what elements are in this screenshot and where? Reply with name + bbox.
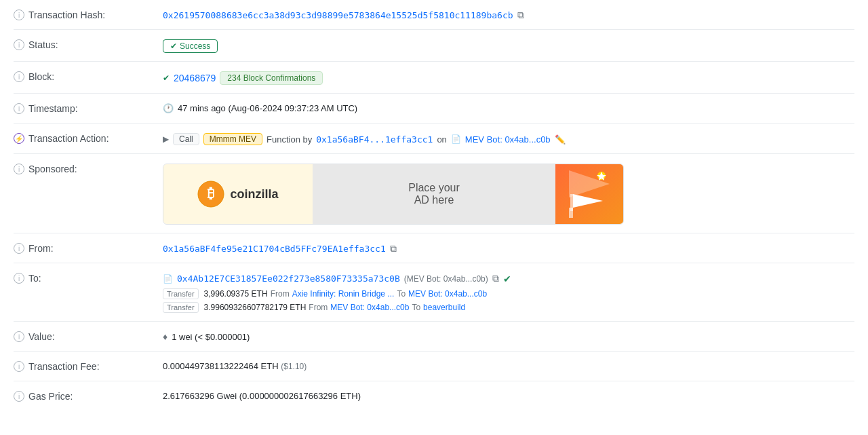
fee-eth: 0.000449738113222464 ETH xyxy=(163,361,281,371)
gas-price-row: i Gas Price: 2.617663296 Gwei (0.0000000… xyxy=(14,381,854,411)
transaction-hash-row: i Transaction Hash: 0x2619570088683e6cc3… xyxy=(14,0,854,30)
status-label: Status: xyxy=(28,39,58,50)
status-info-icon[interactable]: i xyxy=(14,39,24,50)
transfer1-from-text: From xyxy=(271,289,290,299)
transaction-hash-label: Transaction Hash: xyxy=(28,10,105,20)
gas-price-info-icon[interactable]: i xyxy=(14,391,24,402)
status-value-col: ✔ Success xyxy=(163,38,854,53)
from-row: i From: 0x1a56aBF4fe95e21C1704cBd5FFc79E… xyxy=(14,233,854,263)
from-label-col: i From: xyxy=(14,242,163,254)
block-label-col: i Block: xyxy=(14,70,163,82)
success-checkmark-icon: ✔ xyxy=(170,41,177,51)
transaction-hash-label-col: i Transaction Hash: xyxy=(14,8,163,20)
transaction-fee-label: Transaction Fee: xyxy=(28,361,100,372)
sponsored-value-col: ₿ coinzilla Place your AD here xyxy=(163,162,854,225)
transfer-block: Transfer 3,996.09375 ETH From Axie Infin… xyxy=(163,288,854,313)
function-by-text: Function by xyxy=(267,134,312,145)
block-value-col: ✔ 20468679 234 Block Confirmations xyxy=(163,70,854,85)
eth-diamond-icon: ♦ xyxy=(163,331,167,342)
transfer2-from-text: From xyxy=(309,303,328,312)
sponsored-row: i Sponsored: ₿ coinzilla Place your xyxy=(14,154,854,233)
transfer-row-2: Transfer 3.99609326607782179 ETH From ME… xyxy=(163,302,854,313)
edit-icon[interactable]: ✏️ xyxy=(555,134,566,145)
transaction-hash-copy-icon[interactable]: ⧉ xyxy=(517,10,524,21)
transaction-action-label: Transaction Action: xyxy=(28,133,109,144)
call-badge: Call xyxy=(173,133,199,145)
transaction-fee-row: i Transaction Fee: 0.000449738113222464 … xyxy=(14,352,854,381)
clock-icon: 🕐 xyxy=(163,103,174,113)
block-check-icon: ✔ xyxy=(163,73,170,83)
transaction-hash-info-icon[interactable]: i xyxy=(14,10,24,20)
from-label: From: xyxy=(28,243,54,254)
transfer1-from-addr[interactable]: Axie Infinity: Ronin Bridge ... xyxy=(292,289,395,299)
timestamp-row: i Timestamp: 🕐 47 mins ago (Aug-06-2024 … xyxy=(14,94,854,124)
mev-bot-link[interactable]: MEV Bot: 0x4ab...c0b xyxy=(465,134,551,145)
transaction-fee-info-icon[interactable]: i xyxy=(14,361,24,372)
transaction-fee-value: 0.000449738113222464 ETH ($1.10) xyxy=(163,361,307,371)
from-copy-icon[interactable]: ⧉ xyxy=(390,243,397,254)
status-row: i Status: ✔ Success xyxy=(14,30,854,62)
from-value-col: 0x1a56aBF4fe95e21C1704cBd5FFc79EA1effa3c… xyxy=(163,242,854,254)
svg-rect-4 xyxy=(570,194,573,211)
transaction-fee-label-col: i Transaction Fee: xyxy=(14,360,163,372)
ad-line2: AD here xyxy=(408,194,460,206)
timestamp-info-icon[interactable]: i xyxy=(14,103,24,114)
value-info-icon[interactable]: i xyxy=(14,331,24,342)
timestamp-value: 47 mins ago (Aug-06-2024 09:37:23 AM UTC… xyxy=(178,103,357,113)
coinzilla-icon: ₿ xyxy=(197,181,224,208)
to-file-icon: 📄 xyxy=(163,274,173,284)
sponsored-label-col: i Sponsored: xyxy=(14,162,163,174)
value-row: i Value: ♦ 1 wei (< $0.000001) xyxy=(14,322,854,352)
transaction-action-from-address[interactable]: 0x1a56aBF4...1effa3cc1 xyxy=(316,134,433,145)
transfer2-to-addr[interactable]: beaverbuild xyxy=(423,303,465,312)
timestamp-label: Timestamp: xyxy=(28,103,78,114)
transaction-action-info-icon[interactable]: ⚡ xyxy=(14,133,24,144)
transfer2-from-addr[interactable]: MEV Bot: 0x4ab...c0b xyxy=(330,303,409,312)
block-row: i Block: ✔ 20468679 234 Block Confirmati… xyxy=(14,62,854,94)
confirmations-badge: 234 Block Confirmations xyxy=(220,71,323,85)
to-copy-icon[interactable]: ⧉ xyxy=(492,273,499,284)
value-amount: 1 wei (< $0.000001) xyxy=(172,332,250,342)
ad-middle-section: Place your AD here xyxy=(313,164,555,224)
to-label-col: i To: xyxy=(14,271,163,284)
flag-decoration-icon xyxy=(569,170,610,218)
ad-line1: Place your xyxy=(408,182,460,194)
sponsored-label: Sponsored: xyxy=(28,164,77,174)
transaction-action-value-col: ▶ Call Mmmm MEV Function by 0x1a56aBF4..… xyxy=(163,132,854,145)
from-address-link[interactable]: 0x1a56aBF4fe95e21C1704cBd5FFc79EA1effa3c… xyxy=(163,244,386,254)
gas-price-label-col: i Gas Price: xyxy=(14,390,163,402)
transfer1-to-addr[interactable]: MEV Bot: 0x4ab...c0b xyxy=(408,289,487,299)
to-label: To: xyxy=(28,273,41,284)
transfer1-to-text: To xyxy=(397,289,406,299)
transfer2-amount: 3.99609326607782179 ETH xyxy=(204,303,307,312)
value-value-col: ♦ 1 wei (< $0.000001) xyxy=(163,330,854,342)
transaction-action-label-col: ⚡ Transaction Action: xyxy=(14,132,163,144)
transaction-action-row: ⚡ Transaction Action: ▶ Call Mmmm MEV Fu… xyxy=(14,124,854,154)
gas-price-value: 2.617663296 Gwei (0.000000002617663296 E… xyxy=(163,391,361,401)
to-verified-icon: ✔ xyxy=(503,273,511,284)
transaction-hash-value-col: 0x2619570088683e6cc3a38d93c3d98899e57838… xyxy=(163,8,854,21)
to-address-link[interactable]: 0x4Ab12E7CE31857Ee022f273e8580F73335a73c… xyxy=(177,273,400,284)
to-value-col: 📄 0x4Ab12E7CE31857Ee022f273e8580F73335a7… xyxy=(163,271,854,313)
to-info-icon[interactable]: i xyxy=(14,273,24,284)
svg-marker-5 xyxy=(573,194,603,208)
block-info-icon[interactable]: i xyxy=(14,71,24,82)
mev-badge: Mmmm MEV xyxy=(203,133,262,145)
transaction-fee-value-col: 0.000449738113222464 ETH ($1.10) xyxy=(163,360,854,371)
sponsored-info-icon[interactable]: i xyxy=(14,164,24,174)
value-label: Value: xyxy=(28,331,55,342)
to-mev-tag: (MEV Bot: 0x4ab...c0b) xyxy=(404,274,488,284)
fee-usd: ($1.10) xyxy=(281,362,307,371)
timestamp-value-col: 🕐 47 mins ago (Aug-06-2024 09:37:23 AM U… xyxy=(163,102,854,113)
transfer1-amount: 3,996.09375 ETH xyxy=(204,289,268,299)
coinzilla-logo: ₿ coinzilla xyxy=(197,181,278,208)
block-label: Block: xyxy=(28,71,54,82)
to-row: i To: 📄 0x4Ab12E7CE31857Ee022f273e8580F7… xyxy=(14,263,854,322)
status-badge-text: Success xyxy=(180,41,210,51)
ad-banner[interactable]: ₿ coinzilla Place your AD here xyxy=(163,164,624,225)
block-number-link[interactable]: 20468679 xyxy=(174,73,216,83)
from-info-icon[interactable]: i xyxy=(14,243,24,254)
timestamp-label-col: i Timestamp: xyxy=(14,102,163,114)
ad-right-section xyxy=(555,164,623,224)
call-arrow-icon: ▶ xyxy=(163,134,169,144)
